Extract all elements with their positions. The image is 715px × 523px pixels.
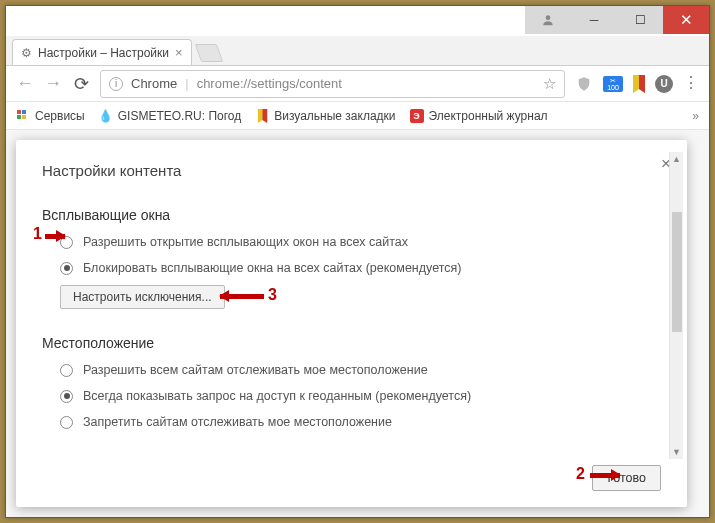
webclipper-icon[interactable]: ✂100: [603, 76, 623, 92]
tab-title: Настройки – Настройки: [38, 46, 169, 60]
journal-icon: Э: [410, 109, 424, 123]
scroll-thumb[interactable]: [672, 212, 682, 332]
window-close-button[interactable]: ✕: [663, 6, 709, 34]
ublock-icon[interactable]: U: [655, 75, 673, 93]
back-button[interactable]: ←: [16, 73, 34, 94]
maximize-button[interactable]: ☐: [617, 6, 663, 34]
dialog-body: Всплывающие окна Разрешить открытие вспл…: [42, 197, 661, 457]
window-titlebar: ─ ☐ ✕: [6, 6, 709, 36]
svg-rect-4: [22, 115, 26, 119]
bookmark-flag-icon[interactable]: [633, 75, 645, 93]
scheme-label: Chrome: [131, 76, 177, 91]
location-allow-option[interactable]: Разрешить всем сайтам отслеживать мое ме…: [60, 363, 661, 377]
popup-block-option[interactable]: Блокировать всплывающие окна на всех сай…: [60, 261, 661, 275]
url-text: chrome://settings/content: [197, 76, 342, 91]
apps-icon: [16, 109, 30, 123]
chrome-menu-button[interactable]: ⋮: [683, 81, 699, 86]
site-info-icon[interactable]: i: [109, 77, 123, 91]
svg-rect-1: [17, 110, 21, 114]
bookmarks-bar: Сервисы 💧 GISMETEO.RU: Погод Визуальные …: [6, 102, 709, 130]
bookmark-star-icon[interactable]: ☆: [543, 75, 556, 93]
content-settings-dialog: Настройки контента × ▲ ▼ Всплывающие окн…: [16, 140, 687, 507]
tab-strip: ⚙ Настройки – Настройки ×: [6, 36, 709, 66]
bookmark-gismeteo[interactable]: 💧 GISMETEO.RU: Погод: [99, 109, 242, 123]
done-button[interactable]: Готово: [592, 465, 661, 491]
gear-icon: ⚙: [21, 46, 32, 60]
popup-exceptions-button[interactable]: Настроить исключения...: [60, 285, 225, 309]
apps-shortcut[interactable]: Сервисы: [16, 109, 85, 123]
toolbar: ← → ⟳ i Chrome | chrome://settings/conte…: [6, 66, 709, 102]
extensions-area: ✂100 U ⋮: [575, 75, 699, 93]
svg-rect-2: [22, 110, 26, 114]
tab-close-icon[interactable]: ×: [175, 45, 183, 60]
bookmark-flag-icon: [255, 109, 269, 123]
forward-button: →: [44, 73, 62, 94]
location-section-title: Местоположение: [42, 335, 661, 351]
reload-button[interactable]: ⟳: [72, 73, 90, 95]
minimize-button[interactable]: ─: [571, 6, 617, 34]
popups-section-title: Всплывающие окна: [42, 207, 661, 223]
popup-allow-option[interactable]: Разрешить открытие всплывающих окон на в…: [60, 235, 661, 249]
droplet-icon: 💧: [99, 109, 113, 123]
address-bar[interactable]: i Chrome | chrome://settings/content ☆: [100, 70, 565, 98]
bookmark-visual[interactable]: Визуальные закладки: [255, 109, 395, 123]
radio-icon: [60, 364, 73, 377]
popups-radio-group: Разрешить открытие всплывающих окон на в…: [42, 235, 661, 275]
location-radio-group: Разрешить всем сайтам отслеживать мое ме…: [42, 363, 661, 429]
dialog-title: Настройки контента: [42, 162, 661, 179]
scroll-down-icon[interactable]: ▼: [670, 445, 683, 459]
profile-button[interactable]: [525, 6, 571, 34]
browser-window: ─ ☐ ✕ ⚙ Настройки – Настройки × ← → ⟳ i …: [5, 5, 710, 518]
radio-icon: [60, 262, 73, 275]
bookmarks-overflow[interactable]: »: [692, 109, 699, 123]
location-block-option[interactable]: Запретить сайтам отслеживать мое местопо…: [60, 415, 661, 429]
svg-point-0: [546, 15, 551, 20]
shield-icon[interactable]: [575, 75, 593, 93]
new-tab-button[interactable]: [194, 44, 223, 62]
radio-icon: [60, 416, 73, 429]
radio-icon: [60, 236, 73, 249]
location-ask-option[interactable]: Всегда показывать запрос на доступ к гео…: [60, 389, 661, 403]
scroll-up-icon[interactable]: ▲: [670, 152, 683, 166]
radio-icon: [60, 390, 73, 403]
dialog-footer: Готово: [42, 457, 661, 491]
content-area: Настройки контента × ▲ ▼ Всплывающие окн…: [6, 130, 709, 517]
svg-rect-3: [17, 115, 21, 119]
bookmark-journal[interactable]: Э Электронный журнал: [410, 109, 548, 123]
dialog-scrollbar[interactable]: ▲ ▼: [669, 152, 683, 459]
tab-settings[interactable]: ⚙ Настройки – Настройки ×: [12, 39, 192, 65]
